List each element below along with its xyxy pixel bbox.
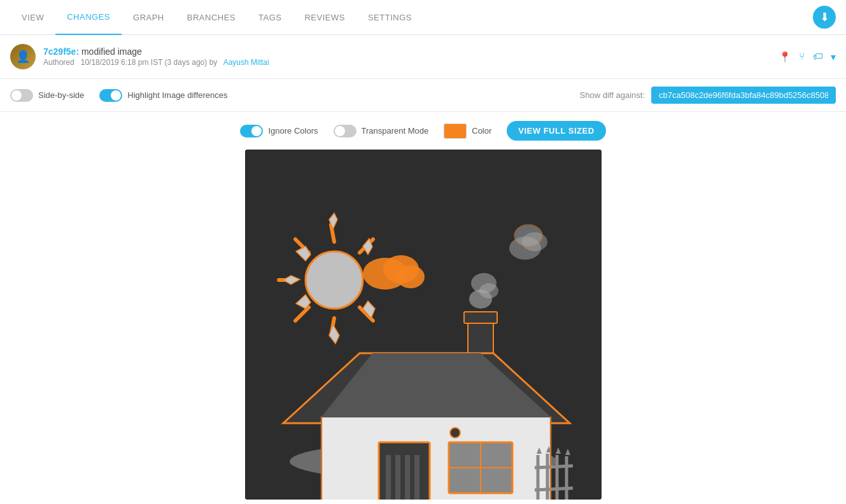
tag-icon[interactable]: 🏷 [813, 51, 823, 62]
diff-against-group: Show diff against: [580, 87, 836, 104]
svg-point-2 [306, 251, 363, 309]
transparent-mode-label: Transparent Mode [362, 126, 429, 136]
location-icon[interactable]: 📍 [779, 51, 791, 63]
house-illustration [245, 150, 602, 500]
ignore-colors-group: Ignore Colors [240, 125, 318, 137]
svg-rect-30 [321, 417, 551, 500]
nav-branches[interactable]: BRANCHES [176, 0, 247, 35]
svg-point-24 [471, 273, 497, 293]
side-by-side-label: Side-by-side [38, 90, 84, 100]
color-group: Color [444, 123, 491, 139]
transparent-mode-toggle[interactable] [334, 125, 356, 137]
svg-rect-21 [464, 312, 497, 323]
commit-hash: 7c29f5e: [43, 46, 79, 57]
image-controls: Ignore Colors Transparent Mode Color VIE… [0, 112, 846, 150]
commit-title: 7c29f5e: modified image [43, 46, 269, 57]
commit-header: 👤 7c29f5e: modified image Authored 10/18… [0, 35, 846, 79]
commit-date: 10/18/2019 6:18 pm IST (3 days ago) by [81, 58, 218, 67]
side-by-side-toggle-group: Side-by-side [10, 89, 84, 102]
diff-hash-input[interactable] [651, 87, 836, 104]
commit-author[interactable]: Aayush Mittai [223, 58, 269, 67]
commit-message: modified image [81, 46, 142, 57]
commit-actions: 📍 ⑂ 🏷 ▾ [779, 51, 836, 63]
nav-graph[interactable]: GRAPH [122, 0, 176, 35]
commit-meta: Authored 10/18/2019 6:18 pm IST (3 days … [43, 58, 269, 67]
chevron-down-icon[interactable]: ▾ [831, 51, 836, 63]
image-area [0, 150, 846, 504]
transparent-mode-group: Transparent Mode [334, 125, 429, 137]
ignore-colors-toggle[interactable] [240, 125, 263, 137]
nav-view[interactable]: VIEW [10, 0, 55, 35]
svg-point-19 [397, 265, 425, 288]
ignore-colors-label: Ignore Colors [268, 126, 318, 136]
authored-label: Authored [43, 58, 74, 67]
side-by-side-toggle[interactable] [10, 89, 33, 102]
download-button[interactable]: ⬇ [813, 6, 836, 29]
toolbar: Side-by-side Highlight Image differences… [0, 79, 846, 112]
avatar: 👤 [10, 44, 36, 69]
color-label: Color [472, 126, 491, 136]
top-nav: VIEW CHANGES GRAPH BRANCHES TAGS REVIEWS… [0, 0, 846, 35]
nav-changes[interactable]: CHANGES [55, 0, 122, 35]
image-canvas [245, 150, 602, 500]
diff-against-label: Show diff against: [580, 90, 645, 100]
view-full-sized-button[interactable]: VIEW FULL SIZED [507, 121, 605, 141]
highlight-label: Highlight Image differences [127, 90, 227, 100]
highlight-toggle-group: Highlight Image differences [99, 89, 227, 102]
color-swatch[interactable] [444, 123, 467, 139]
commit-left: 👤 7c29f5e: modified image Authored 10/18… [10, 44, 269, 69]
nav-settings[interactable]: SETTINGS [356, 0, 423, 35]
svg-line-44 [535, 466, 573, 468]
download-icon: ⬇ [820, 10, 829, 24]
svg-point-39 [450, 428, 460, 438]
commit-info: 7c29f5e: modified image Authored 10/18/2… [43, 46, 269, 67]
svg-point-27 [514, 225, 542, 246]
fork-icon[interactable]: ⑂ [799, 51, 805, 62]
svg-line-45 [535, 488, 573, 490]
highlight-toggle[interactable] [99, 89, 122, 102]
nav-reviews[interactable]: REVIEWS [293, 0, 356, 35]
nav-tags[interactable]: TAGS [247, 0, 293, 35]
